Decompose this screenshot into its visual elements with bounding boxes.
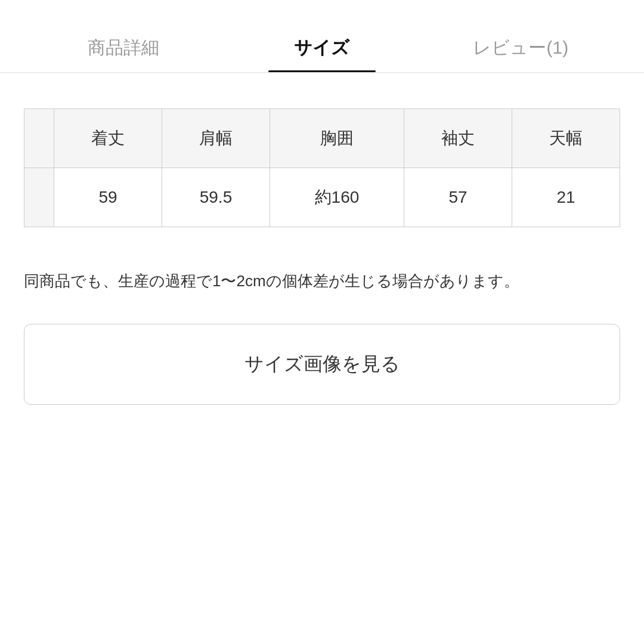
size-note: 同商品でも、生産の過程で1〜2cmの個体差が生じる場合があります。 bbox=[0, 251, 644, 324]
table-header-shoulder: 肩幅 bbox=[162, 109, 270, 168]
tab-active-indicator bbox=[268, 70, 376, 72]
table-header-chest: 胸囲 bbox=[270, 109, 404, 168]
tab-bar: 商品詳細 サイズ レビュー(1) bbox=[0, 0, 644, 72]
table-header-sleeve: 袖丈 bbox=[404, 109, 512, 168]
tab-size[interactable]: サイズ bbox=[222, 36, 421, 72]
table-cell-length: 59 bbox=[54, 168, 162, 227]
table-cell-row-label bbox=[24, 168, 54, 227]
table-row: 59 59.5 約160 57 21 bbox=[24, 168, 620, 227]
table-header-top-width: 天幅 bbox=[512, 109, 620, 168]
table-header-row: 着丈 肩幅 胸囲 袖丈 天幅 bbox=[24, 109, 620, 168]
table-cell-top-width: 21 bbox=[512, 168, 620, 227]
size-image-button-area: サイズ画像を見る bbox=[0, 324, 644, 405]
table-header-length: 着丈 bbox=[54, 109, 162, 168]
table-cell-chest: 約160 bbox=[270, 168, 404, 227]
size-image-button[interactable]: サイズ画像を見る bbox=[24, 324, 620, 405]
table-header-empty bbox=[24, 109, 54, 168]
tab-review[interactable]: レビュー(1) bbox=[422, 36, 620, 72]
table-cell-shoulder: 59.5 bbox=[162, 168, 270, 227]
size-table-area: 着丈 肩幅 胸囲 袖丈 天幅 59 59.5 約160 57 21 bbox=[0, 73, 644, 251]
size-table: 着丈 肩幅 胸囲 袖丈 天幅 59 59.5 約160 57 21 bbox=[24, 109, 620, 227]
tab-product-detail[interactable]: 商品詳細 bbox=[24, 36, 222, 72]
table-cell-sleeve: 57 bbox=[404, 168, 512, 227]
page-container: 商品詳細 サイズ レビュー(1) 着丈 肩幅 胸囲 袖丈 天幅 bbox=[0, 0, 644, 644]
